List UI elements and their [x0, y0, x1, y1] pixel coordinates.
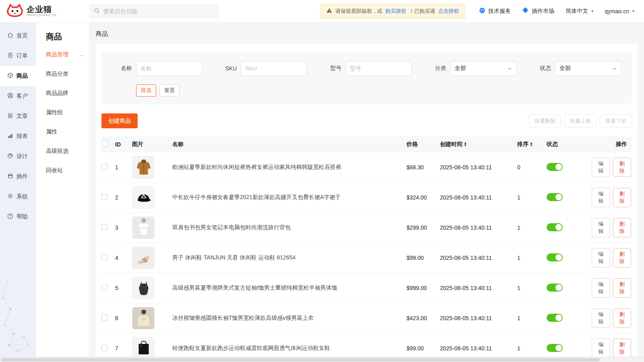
delete-button[interactable]: 删除	[613, 218, 632, 237]
submenu-item-product-manage[interactable]: 商品管理 →	[46, 51, 89, 58]
account-dropdown[interactable]: qymao.cn ▾	[605, 8, 634, 14]
category-select-value: 全部	[455, 65, 466, 72]
model-filter-label: 型号	[327, 65, 342, 72]
sidebar-item-system[interactable]: 系统	[0, 187, 36, 207]
status-toggle[interactable]	[547, 163, 563, 171]
delete-button[interactable]: 删除	[613, 278, 632, 298]
brand-title: 企业猫	[27, 5, 56, 14]
tech-service-link[interactable]: 技术服务	[479, 7, 511, 15]
product-id: 7	[115, 345, 132, 352]
row-checkbox[interactable]	[101, 345, 107, 351]
create-product-button[interactable]: 创建商品	[101, 113, 138, 128]
delete-button[interactable]: 删除	[613, 158, 632, 177]
submenu-item-label: 回收站	[46, 167, 63, 174]
submenu-item-label: 商品管理	[46, 51, 68, 58]
sidebar-item-products[interactable]: 商品	[0, 66, 36, 86]
status-toggle[interactable]	[547, 253, 563, 261]
name-filter-input[interactable]	[136, 61, 202, 76]
account-label: qymao.cn	[605, 8, 629, 14]
sidebar-item-plugins[interactable]: 插件	[0, 167, 36, 187]
edit-button[interactable]: 编辑	[592, 188, 610, 207]
reset-button[interactable]: 重置	[159, 84, 180, 97]
sidebar-item-design[interactable]: 设计	[0, 146, 36, 167]
chevron-down-icon: ▾	[632, 9, 634, 13]
edit-button[interactable]: 编辑	[592, 309, 610, 328]
select-all-checkbox[interactable]	[101, 141, 107, 147]
row-checkbox[interactable]	[101, 284, 107, 290]
product-price: $299.00	[407, 224, 440, 231]
sku-filter-input[interactable]	[241, 61, 307, 76]
edit-button[interactable]: 编辑	[592, 248, 610, 267]
row-checkbox[interactable]	[101, 224, 107, 230]
sidebar-item-label: 首页	[17, 32, 28, 39]
horizontal-scrollbar-thumb[interactable]	[1, 358, 600, 362]
table-row: 1 欧洲站夏季新款时尚休闲短裤热裤女裤运动家具纯棉韩版宽松百搭裤 $88.30 …	[101, 152, 632, 183]
delete-button[interactable]: 删除	[613, 248, 632, 267]
row-checkbox[interactable]	[101, 194, 107, 200]
product-created-time: 2025-08-05 13:40:11	[440, 224, 517, 231]
product-created-time: 2025-08-05 13:40:11	[440, 315, 517, 321]
submenu-item-advanced-filter[interactable]: 高级筛选 →	[46, 148, 89, 155]
sidebar-item-help[interactable]: 帮助	[0, 207, 36, 227]
puzzle-icon	[522, 7, 529, 15]
delete-button[interactable]: 删除	[613, 339, 632, 358]
activate-license-link[interactable]: 点击授权	[438, 8, 459, 15]
submenu-item-label: 属性组	[46, 109, 63, 116]
row-checkbox[interactable]	[101, 164, 107, 170]
sku-filter-label: SKU	[222, 65, 237, 72]
sidebar-item-label: 报表	[17, 133, 28, 140]
plugin-market-link[interactable]: 插件市场	[522, 7, 554, 15]
delete-button[interactable]: 删除	[613, 309, 632, 328]
header-sort-sortable[interactable]: 排序▲▼	[517, 141, 547, 148]
batch-onsale-button[interactable]: 批量上架	[564, 114, 597, 128]
row-checkbox[interactable]	[101, 254, 107, 260]
header-created-sortable[interactable]: 创建时间▲▼	[440, 141, 517, 148]
language-dropdown[interactable]: 简体中文 ▾	[566, 8, 593, 15]
search-input[interactable]	[103, 8, 214, 14]
delete-button[interactable]: 删除	[613, 188, 632, 207]
sidebar-item-label: 客户	[17, 93, 28, 100]
submenu-item-label: 属性	[46, 128, 57, 136]
table-row: 5 高级感男装夏季潮牌美式复古短袖t恤男士重磅纯棉宽松半袖男体恤 $999.00…	[101, 273, 632, 303]
brand-logo[interactable]: 企业猫 WWW.QYMAO.CN	[6, 2, 87, 20]
sidebar-item-orders[interactable]: 订单	[0, 46, 36, 66]
product-sort: 1	[517, 194, 547, 201]
product-name: 双肩包书包男女笔记本电脑包时尚潮流旅行背包	[172, 224, 407, 231]
sidebar-item-home[interactable]: 首页	[0, 26, 36, 46]
submenu-item-product-category[interactable]: 商品分类 →	[46, 70, 89, 78]
submenu-item-product-brand[interactable]: 商品品牌 →	[46, 90, 89, 97]
sidebar-item-label: 商品	[17, 72, 28, 80]
buy-license-link[interactable]: 购买授权	[385, 8, 406, 15]
edit-button[interactable]: 编辑	[592, 218, 610, 237]
header-price: 价格	[407, 141, 440, 148]
submenu-item-attribute[interactable]: 属性 →	[46, 128, 89, 136]
product-name: 男子 休闲鞋 TANJUN 天君 休闲鞋 运动鞋 812654	[172, 254, 407, 261]
filter-button[interactable]: 筛选	[136, 84, 156, 97]
submenu-item-attribute-group[interactable]: 属性组 →	[46, 109, 89, 116]
status-toggle[interactable]	[547, 223, 563, 231]
edit-button[interactable]: 编辑	[592, 278, 610, 298]
status-toggle[interactable]	[547, 193, 563, 201]
category-select[interactable]: 全部	[450, 61, 517, 76]
copyright-notice: 请保留底部版权，或购买授权！已购买请点击授权	[320, 4, 465, 19]
sidebar-item-reports[interactable]: 报表	[0, 126, 36, 146]
notice-text-prefix: 请保留底部版权，或	[335, 8, 382, 15]
submenu-item-recycle-bin[interactable]: 回收站 →	[46, 167, 89, 174]
row-checkbox[interactable]	[101, 315, 107, 321]
tech-service-label: 技术服务	[488, 8, 511, 15]
network-decoration	[0, 274, 36, 362]
model-filter-input[interactable]	[346, 61, 412, 76]
edit-button[interactable]: 编辑	[592, 158, 610, 177]
status-toggle[interactable]	[547, 284, 563, 292]
batch-offsale-button[interactable]: 批量下架	[600, 114, 632, 128]
edit-button[interactable]: 编辑	[592, 339, 610, 358]
batch-delete-button[interactable]: 批量删除	[529, 114, 561, 128]
status-select[interactable]: 全部	[555, 61, 621, 76]
status-toggle[interactable]	[547, 314, 563, 322]
sidebar-item-articles[interactable]: 文章	[0, 106, 36, 126]
product-sort: 1	[517, 315, 547, 321]
help-icon	[7, 213, 14, 221]
sidebar-item-customers[interactable]: 客户	[0, 86, 36, 106]
status-toggle[interactable]	[547, 344, 563, 352]
product-table: ID 图片 名称 价格 创建时间▲▼ 排序▲▼ 状态 操作 1 欧洲站夏季新款时…	[101, 136, 632, 362]
